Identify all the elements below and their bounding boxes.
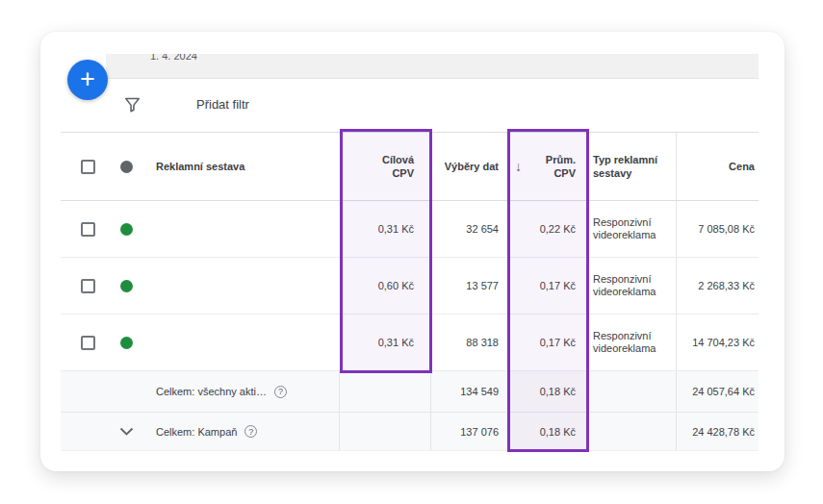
- header-ad-group-label: Reklamní sestava: [156, 161, 244, 172]
- ad-group-type-cell: Responzivní videoreklama: [588, 258, 677, 314]
- ad-group-type-cell: Responzivní videoreklama: [588, 201, 677, 257]
- add-filter-label: Přidat filtr: [196, 97, 249, 112]
- header-ad-group-type-label: Typ reklamní sestavy: [593, 153, 666, 180]
- target-cpv-cell: 0,31 Kč: [340, 201, 431, 257]
- ad-group-name-cell: [147, 258, 340, 314]
- sort-desc-icon: ↓: [507, 160, 522, 173]
- target-cpv-cell: 0,60 Kč: [340, 258, 431, 314]
- header-avg-cpv-label: Prům. CPV: [541, 153, 576, 180]
- cost-cell: 14 704,23 Kč: [677, 315, 759, 370]
- table-row[interactable]: 0,31 Kč 88 318 0,17 Kč Responzivní video…: [61, 315, 759, 371]
- summary-label-cell: Celkem: Kampaň ?: [147, 413, 340, 450]
- header-cost-label: Cena: [729, 161, 755, 172]
- avg-cpv-cell: 0,22 Kč: [507, 201, 588, 257]
- row-checkbox-cell: [61, 258, 105, 314]
- row-checkbox-cell: [61, 201, 105, 257]
- plus-icon: +: [80, 66, 95, 92]
- row-checkbox[interactable]: [81, 222, 95, 237]
- ad-group-name-cell: [147, 201, 340, 257]
- select-all-checkbox[interactable]: [81, 160, 95, 174]
- status-filter-icon[interactable]: [120, 161, 133, 173]
- row-status-cell: [105, 201, 147, 257]
- header-ad-group[interactable]: Reklamní sestava: [147, 133, 340, 200]
- row-status-cell: [105, 315, 147, 370]
- add-filter-bar[interactable]: Přidat filtr: [123, 88, 249, 120]
- header-data-selections[interactable]: Výběry dat: [431, 133, 507, 200]
- chevron-down-icon[interactable]: [119, 427, 134, 436]
- ad-group-name-cell: [147, 315, 340, 370]
- header-ad-group-type[interactable]: Typ reklamní sestavy: [588, 133, 677, 200]
- cost-cell: 24 057,64 Kč: [677, 371, 759, 412]
- row-status-cell: [105, 258, 147, 314]
- help-icon[interactable]: ?: [244, 425, 257, 438]
- help-icon[interactable]: ?: [274, 386, 287, 398]
- summary-label-cell: Celkem: všechny akti… ?: [147, 371, 340, 412]
- target-cpv-cell: [340, 371, 431, 412]
- cost-cell: 24 428,78 Kč: [677, 413, 759, 450]
- header-target-cpv-label: Cílová CPV: [370, 153, 414, 180]
- summary-label: Celkem: Kampaň: [156, 426, 237, 438]
- target-cpv-cell: [340, 413, 431, 450]
- data-selections-cell: 32 654: [431, 201, 507, 257]
- table-row[interactable]: 0,31 Kč 32 654 0,22 Kč Responzivní video…: [61, 201, 759, 258]
- summary-label: Celkem: všechny akti…: [156, 386, 267, 397]
- avg-cpv-cell: 0,17 Kč: [507, 258, 588, 314]
- header-status-cell: [105, 133, 147, 200]
- chart-strip: 1. 4. 2024: [106, 54, 759, 79]
- data-selections-cell: 88 318: [431, 315, 507, 370]
- summary-row-campaign: Celkem: Kampaň ? 137 076 0,18 Kč 24 428,…: [61, 413, 759, 451]
- cost-cell: 2 268,33 Kč: [677, 258, 759, 314]
- header-data-selections-label: Výběry dat: [445, 160, 499, 173]
- add-button[interactable]: +: [67, 60, 108, 100]
- avg-cpv-cell: 0,18 Kč: [507, 371, 588, 412]
- header-avg-cpv[interactable]: ↓ Prům. CPV: [507, 133, 588, 200]
- ad-group-type-cell: Responzivní videoreklama: [588, 315, 677, 370]
- target-cpv-cell: 0,31 Kč: [340, 315, 431, 370]
- header-checkbox-cell: [61, 133, 105, 200]
- data-selections-cell: 137 076: [431, 413, 507, 450]
- ad-group-type-cell: [588, 371, 677, 412]
- avg-cpv-cell: 0,17 Kč: [507, 315, 588, 370]
- row-checkbox[interactable]: [81, 336, 95, 350]
- filter-icon: [123, 95, 141, 113]
- date-label: 1. 4. 2024: [150, 54, 197, 62]
- header-target-cpv[interactable]: Cílová CPV: [340, 133, 431, 200]
- status-enabled-icon: [120, 280, 133, 292]
- ads-table-card: 1. 4. 2024 + Přidat filtr Reklamní sesta…: [40, 32, 784, 471]
- row-checkbox-cell: [61, 315, 105, 370]
- data-selections-cell: 134 549: [431, 371, 507, 412]
- table-row[interactable]: 0,60 Kč 13 577 0,17 Kč Responzivní video…: [61, 258, 759, 315]
- row-checkbox[interactable]: [81, 279, 95, 293]
- avg-cpv-cell: 0,18 Kč: [507, 413, 588, 450]
- summary-row-all-active: Celkem: všechny akti… ? 134 549 0,18 Kč …: [61, 371, 759, 413]
- data-selections-cell: 13 577: [431, 258, 507, 314]
- cost-cell: 7 085,08 Kč: [677, 201, 759, 257]
- page: 1. 4. 2024 + Přidat filtr Reklamní sesta…: [0, 0, 823, 504]
- ad-groups-table: Reklamní sestava Cílová CPV Výběry dat ↓…: [61, 132, 759, 451]
- status-enabled-icon: [120, 223, 133, 236]
- status-enabled-icon: [120, 337, 133, 349]
- ad-group-type-cell: [588, 413, 677, 450]
- header-cost[interactable]: Cena: [677, 133, 759, 200]
- table-header-row: Reklamní sestava Cílová CPV Výběry dat ↓…: [61, 132, 759, 201]
